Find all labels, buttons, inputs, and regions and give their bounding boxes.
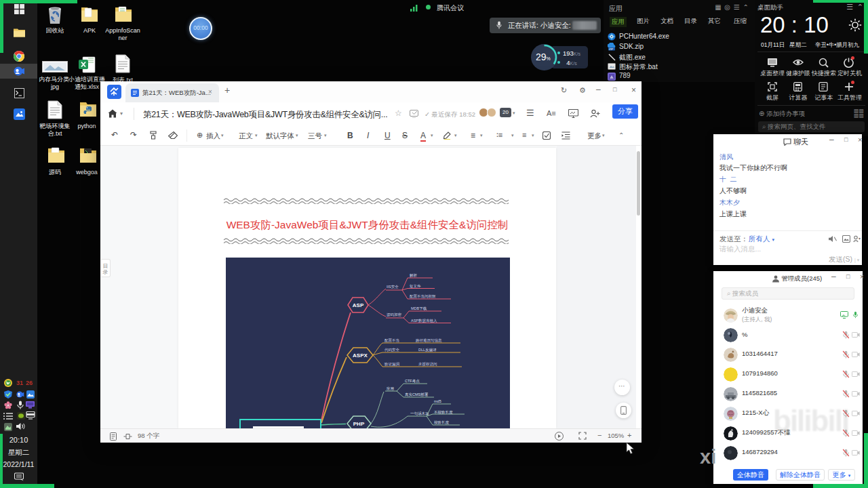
svg-text:应用: 应用 [387,386,394,391]
svg-text:md5: md5 [434,399,441,403]
svg-text:配置不当: 配置不当 [384,338,399,343]
svg-text:CTF考点: CTF考点 [405,379,420,384]
svg-text:未授权访问: 未授权访问 [418,362,437,367]
svg-text:MDB下载: MDB下载 [411,306,427,310]
svg-text:验证漏洞: 验证漏洞 [384,362,400,367]
svg-text:一句话木马: 一句话木马 [410,411,429,415]
svg-text:ASPX: ASPX [353,352,368,359]
svg-text:ASP: ASP [353,302,364,308]
svg-text:DLL反编译: DLL反编译 [418,348,437,352]
svg-text:代码安全: 代码安全 [384,348,400,352]
svg-text:PHP: PHP [353,421,365,427]
svg-text:真实CMS部署: 真实CMS部署 [405,392,429,397]
svg-text:短文件: 短文件 [410,284,421,289]
svg-text:ZIP: ZIP [609,47,614,51]
svg-text:不校验长度: 不校验长度 [434,410,453,415]
svg-text:解析: 解析 [410,273,418,278]
svg-text:源码加密: 源码加密 [387,312,402,317]
svg-text:ASP数据库植入: ASP数据库植入 [411,319,437,323]
svg-text:IIS安全: IIS安全 [387,285,399,289]
svg-text:校验长度: 校验长度 [433,420,450,425]
svg-text:路径遍历写信息: 路径遍历写信息 [416,338,442,343]
svg-text:配置不当问权限: 配置不当问权限 [410,294,436,299]
